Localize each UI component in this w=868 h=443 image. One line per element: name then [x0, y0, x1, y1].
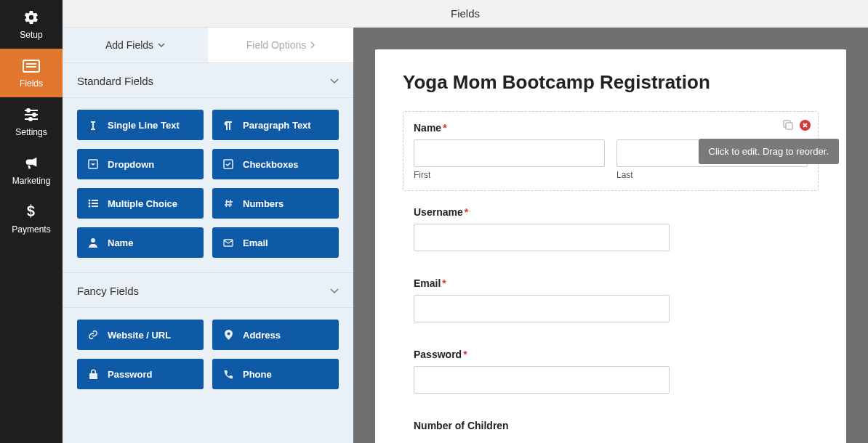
topbar-title: Fields: [451, 7, 480, 20]
field-single-line-text[interactable]: Single Line Text: [77, 110, 204, 140]
list-icon: [87, 199, 99, 208]
field-btn-label: Name: [108, 237, 133, 248]
fancy-buttons: Website / URL Address Password Phone: [63, 308, 353, 404]
field-website-url[interactable]: Website / URL: [77, 320, 204, 350]
password-input[interactable]: [414, 366, 670, 394]
user-icon: [87, 237, 99, 248]
map-pin-icon: [222, 330, 234, 340]
tab-add-fields[interactable]: Add Fields: [63, 28, 208, 62]
chevron-down-icon: [330, 78, 339, 84]
text-cursor-icon: [87, 120, 99, 130]
field-btn-label: Dropdown: [108, 159, 154, 170]
fields-panel: Add Fields Field Options Standard Fields…: [63, 28, 353, 443]
workspace: Add Fields Field Options Standard Fields…: [63, 28, 868, 443]
tab-label: Add Fields: [105, 39, 153, 51]
username-input[interactable]: [414, 224, 670, 251]
first-name-input[interactable]: [414, 139, 605, 167]
panel-tabs: Add Fields Field Options: [63, 28, 353, 63]
paragraph-icon: [222, 120, 234, 130]
check-square-icon: [222, 159, 234, 169]
svg-point-8: [29, 118, 32, 121]
tab-label: Field Options: [246, 39, 306, 51]
field-phone[interactable]: Phone: [212, 359, 339, 389]
field-btn-label: Paragraph Text: [243, 120, 311, 131]
svg-point-4: [27, 109, 30, 112]
form-field-password[interactable]: Password*: [403, 338, 819, 405]
sub-label-first: First: [414, 170, 605, 180]
svg-rect-12: [92, 200, 98, 201]
field-btn-label: Numbers: [243, 198, 284, 209]
group-standard-fields[interactable]: Standard Fields: [63, 63, 353, 98]
field-btn-label: Website / URL: [108, 330, 171, 341]
phone-icon: [222, 370, 234, 379]
caret-square-icon: [87, 159, 99, 169]
email-input[interactable]: [414, 295, 670, 322]
link-icon: [87, 330, 99, 340]
bullhorn-icon: [23, 155, 40, 172]
form-field-username[interactable]: Username*: [403, 195, 819, 262]
chevron-down-icon: [330, 288, 339, 293]
field-btn-label: Checkboxes: [243, 159, 299, 170]
field-paragraph-text[interactable]: Paragraph Text: [212, 110, 339, 140]
delete-icon[interactable]: [800, 120, 811, 131]
nav-label: Fields: [20, 78, 43, 89]
field-btn-label: Multiple Choice: [108, 198, 177, 209]
nav-item-settings[interactable]: Settings: [0, 97, 63, 146]
field-checkboxes[interactable]: Checkboxes: [212, 149, 339, 179]
lock-icon: [87, 369, 99, 379]
field-dropdown[interactable]: Dropdown: [77, 149, 204, 179]
field-label: Name*: [414, 122, 808, 134]
form-icon: [23, 57, 40, 75]
form-field-children[interactable]: Number of Children: [403, 409, 819, 443]
nav-label: Marketing: [12, 176, 51, 186]
nav-item-fields[interactable]: Fields: [0, 49, 63, 97]
group-title: Fancy Fields: [77, 285, 139, 297]
svg-point-15: [89, 206, 91, 208]
field-multiple-choice[interactable]: Multiple Choice: [77, 188, 204, 219]
field-email[interactable]: Email: [212, 227, 339, 258]
nav-item-marketing[interactable]: Marketing: [0, 146, 63, 195]
chevron-down-icon: [158, 43, 165, 47]
field-name[interactable]: Name: [77, 227, 204, 258]
field-numbers[interactable]: Numbers: [212, 188, 339, 219]
svg-rect-20: [786, 123, 792, 129]
field-label: Password*: [414, 349, 808, 360]
dollar-icon: [23, 203, 40, 221]
field-btn-label: Email: [243, 237, 268, 248]
nav-rail: Setup Fields Settings Marketing Payments: [0, 0, 63, 443]
nav-item-payments[interactable]: Payments: [0, 195, 63, 243]
svg-point-11: [89, 200, 91, 202]
field-label: Number of Children: [414, 420, 808, 431]
nav-item-setup[interactable]: Setup: [0, 0, 63, 49]
nav-label: Payments: [12, 224, 50, 235]
field-label: Username*: [414, 206, 808, 218]
sliders-icon: [23, 106, 40, 123]
nav-label: Setup: [20, 30, 42, 40]
standard-buttons: Single Line Text Paragraph Text Dropdown…: [63, 98, 353, 273]
field-btn-label: Address: [243, 330, 281, 341]
tab-field-options[interactable]: Field Options: [208, 28, 353, 62]
gear-icon: [23, 9, 40, 26]
field-btn-label: Phone: [243, 369, 272, 380]
svg-rect-14: [92, 203, 98, 204]
svg-point-13: [89, 203, 91, 205]
right-area: Fields Add Fields Field Options Standard…: [63, 0, 868, 443]
field-address[interactable]: Address: [212, 320, 339, 350]
svg-point-17: [91, 238, 95, 243]
field-password[interactable]: Password: [77, 359, 204, 389]
edit-tooltip: Click to edit. Drag to reorder.: [699, 139, 839, 164]
duplicate-icon[interactable]: [782, 119, 794, 131]
form-title: Yoga Mom Bootcamp Registration: [403, 71, 819, 94]
field-label: Email*: [414, 277, 808, 289]
group-fancy-fields[interactable]: Fancy Fields: [63, 273, 353, 308]
svg-rect-16: [92, 206, 98, 207]
form-card: Yoga Mom Bootcamp Registration Name*: [375, 49, 846, 443]
sub-label-last: Last: [616, 170, 808, 180]
field-btn-label: Single Line Text: [108, 120, 180, 131]
hash-icon: [222, 198, 234, 208]
group-title: Standard Fields: [77, 75, 153, 87]
form-canvas: Yoga Mom Bootcamp Registration Name*: [353, 28, 868, 443]
svg-point-6: [33, 113, 36, 116]
chevron-right-icon: [310, 41, 315, 49]
form-field-email[interactable]: Email*: [403, 267, 819, 333]
